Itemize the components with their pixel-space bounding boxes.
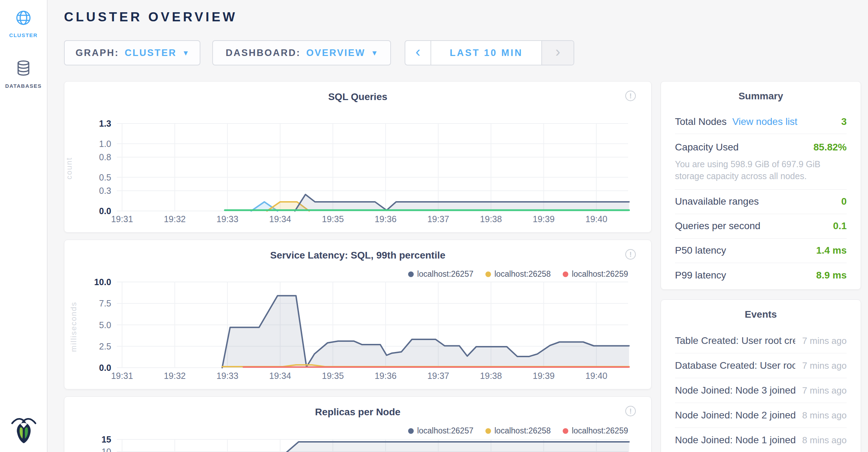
svg-text:19:34: 19:34 — [269, 214, 291, 224]
controls-bar: GRAPH: CLUSTER ▾ DASHBOARD: OVERVIEW ▾ ‹… — [64, 40, 574, 65]
summary-label: Capacity Used — [675, 142, 739, 153]
svg-text:0.8: 0.8 — [99, 152, 111, 162]
event-text: Node Joined: Node 2 joined... — [675, 410, 795, 421]
svg-text:1.3: 1.3 — [99, 119, 111, 128]
dashboard-dropdown[interactable]: DASHBOARD: OVERVIEW ▾ — [212, 40, 391, 65]
summary-row-capacity: Capacity Used 85.82% You are using 598.9… — [675, 134, 847, 190]
svg-text:19:34: 19:34 — [269, 371, 291, 381]
event-time: 7 mins ago — [802, 336, 847, 346]
event-time: 7 mins ago — [802, 385, 847, 396]
sidebar-item-cluster[interactable]: CLUSTER — [0, 9, 47, 38]
main-content: CLUSTER OVERVIEW GRAPH: CLUSTER ▾ DASHBO… — [48, 0, 868, 452]
service-latency-chart-card: Service Latency: SQL, 99th percentile ! … — [64, 240, 652, 389]
svg-text:19:33: 19:33 — [216, 214, 239, 224]
svg-text:19:40: 19:40 — [585, 371, 607, 381]
summary-panel: Summary Total Nodes View nodes list 3 Ca… — [661, 81, 861, 290]
svg-text:19:31: 19:31 — [111, 371, 133, 381]
event-text: Node Joined: Node 3 joined... — [675, 385, 795, 396]
replicas-per-node-chart-card: Replicas per Node ! localhost:26257local… — [64, 396, 652, 452]
svg-text:10: 10 — [101, 447, 111, 452]
summary-value: 1.4 ms — [816, 245, 847, 256]
chevron-down-icon: ▾ — [184, 48, 189, 58]
svg-text:19:35: 19:35 — [322, 214, 344, 224]
page-title: CLUSTER OVERVIEW — [64, 10, 237, 24]
svg-text:19:32: 19:32 — [164, 371, 186, 381]
event-row: Node Joined: Node 3 joined... 7 mins ago — [675, 378, 847, 403]
svg-text:19:33: 19:33 — [216, 371, 239, 381]
event-row: Table Created: User root cre... 7 mins a… — [675, 329, 847, 353]
right-column: Summary Total Nodes View nodes list 3 Ca… — [661, 81, 861, 452]
svg-text:1.0: 1.0 — [99, 139, 111, 149]
summary-label: Unavailable ranges — [675, 196, 759, 207]
event-time: 8 mins ago — [802, 410, 847, 421]
time-prev-button[interactable]: ‹ — [405, 41, 431, 65]
time-range-label[interactable]: LAST 10 MIN — [431, 41, 541, 65]
svg-text:0.5: 0.5 — [99, 172, 111, 182]
time-next-button[interactable]: › — [541, 41, 574, 65]
summary-title: Summary — [675, 82, 847, 102]
summary-value: 0.1 — [833, 220, 847, 232]
cockroach-logo[interactable] — [10, 415, 37, 445]
svg-text:7.5: 7.5 — [99, 298, 111, 308]
events-panel: Events Table Created: User root cre... 7… — [661, 299, 861, 452]
svg-text:19:32: 19:32 — [164, 214, 186, 224]
summary-value: 0 — [841, 196, 847, 207]
svg-text:10.0: 10.0 — [94, 277, 111, 287]
event-text: Node Joined: Node 1 joined... — [675, 435, 795, 446]
summary-value: 8.9 ms — [816, 270, 847, 281]
globe-icon — [15, 9, 32, 28]
service-latency-chart: 19:3119:3219:3319:3419:3519:3619:3719:38… — [64, 240, 652, 390]
summary-label: Queries per second — [675, 220, 760, 232]
summary-row: Unavailable ranges 0 — [675, 190, 847, 214]
event-text: Table Created: User root cre... — [675, 335, 795, 346]
event-time: 7 mins ago — [802, 360, 847, 371]
summary-row: P50 latency 1.4 ms — [675, 239, 847, 263]
chevron-down-icon: ▾ — [372, 48, 378, 58]
graph-dropdown-label: GRAPH: — [76, 48, 119, 58]
summary-label: Total Nodes — [675, 116, 727, 127]
svg-text:0.3: 0.3 — [99, 186, 111, 196]
graph-dropdown[interactable]: GRAPH: CLUSTER ▾ — [64, 40, 200, 65]
dashboard-dropdown-value: OVERVIEW — [306, 48, 365, 58]
sidebar-item-label: DATABASES — [5, 83, 42, 89]
svg-text:2.5: 2.5 — [99, 341, 111, 351]
event-time: 8 mins ago — [802, 435, 847, 446]
svg-text:0.0: 0.0 — [99, 206, 111, 216]
svg-text:19:36: 19:36 — [375, 214, 397, 224]
view-nodes-list-link[interactable]: View nodes list — [732, 116, 797, 127]
svg-text:19:39: 19:39 — [533, 371, 555, 381]
replicas-per-node-chart: 19:3119:3219:3319:3419:3519:3619:3719:38… — [64, 397, 652, 452]
database-icon — [14, 59, 33, 79]
sidebar-item-databases[interactable]: DATABASES — [0, 59, 47, 89]
svg-text:15: 15 — [101, 435, 111, 444]
summary-value: 85.82% — [813, 142, 847, 153]
capacity-subtext: You are using 598.9 GiB of 697.9 GiB sto… — [675, 158, 843, 182]
svg-text:19:40: 19:40 — [585, 214, 607, 224]
svg-text:19:39: 19:39 — [533, 214, 555, 224]
summary-value: 3 — [841, 116, 847, 127]
summary-label: P50 latency — [675, 245, 726, 256]
sql-queries-chart-card: SQL Queries ! count 19:3119:3219:3319:34… — [64, 81, 652, 233]
svg-text:19:38: 19:38 — [480, 371, 502, 381]
svg-text:19:36: 19:36 — [375, 371, 397, 381]
svg-text:5.0: 5.0 — [99, 320, 111, 330]
svg-text:19:31: 19:31 — [111, 214, 133, 224]
event-row: Node Joined: Node 1 joined... 8 mins ago — [675, 428, 847, 452]
svg-text:19:35: 19:35 — [322, 371, 344, 381]
event-row: Node Joined: Node 2 joined... 8 mins ago — [675, 403, 847, 428]
svg-text:19:38: 19:38 — [480, 214, 502, 224]
sidebar: CLUSTER DATABASES — [0, 0, 48, 452]
event-text: Database Created: User roo... — [675, 360, 795, 371]
summary-row-total-nodes: Total Nodes View nodes list 3 — [675, 110, 847, 134]
svg-text:19:37: 19:37 — [427, 371, 449, 381]
time-range-selector: ‹ LAST 10 MIN › — [405, 40, 574, 65]
sidebar-item-label: CLUSTER — [9, 32, 37, 38]
charts-column: SQL Queries ! count 19:3119:3219:3319:34… — [64, 81, 652, 452]
events-title: Events — [675, 300, 847, 320]
svg-text:19:37: 19:37 — [427, 214, 449, 224]
summary-label: P99 latency — [675, 270, 726, 281]
event-row: Database Created: User roo... 7 mins ago — [675, 353, 847, 378]
summary-row: Queries per second 0.1 — [675, 214, 847, 239]
sql-queries-chart: 19:3119:3219:3319:3419:3519:3619:3719:38… — [64, 82, 652, 233]
graph-dropdown-value: CLUSTER — [124, 48, 177, 58]
